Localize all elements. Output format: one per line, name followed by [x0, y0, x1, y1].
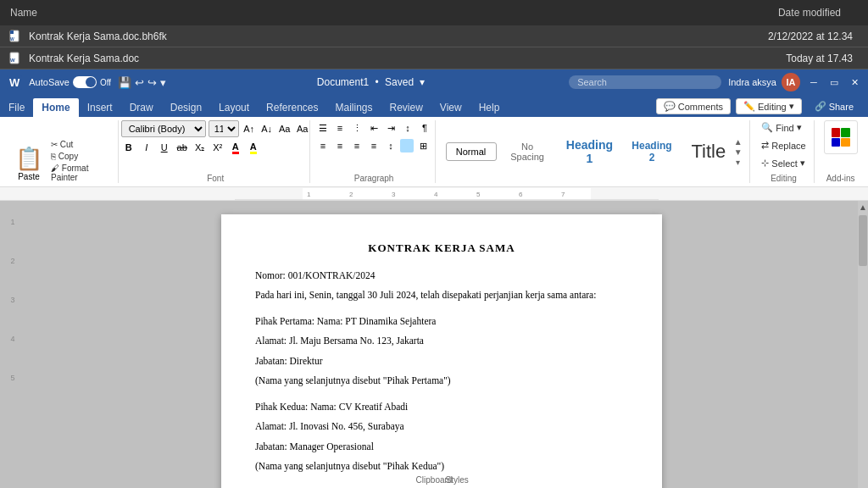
vertical-scrollbar[interactable]: ▲ [858, 201, 868, 488]
style-heading1-btn[interactable]: Heading 1 [559, 134, 621, 169]
align-center-btn[interactable]: ≡ [332, 138, 348, 153]
scroll-up-arrow[interactable]: ▲ [859, 202, 867, 212]
addins-button[interactable] [824, 120, 858, 154]
editing-group: 🔍 Find ▾ ⇄ Replace ⊹ Select ▾ Editing [754, 120, 815, 183]
font-color-btn[interactable]: A [228, 140, 243, 155]
undo-icon[interactable]: ↩ [135, 76, 144, 89]
styles-expand[interactable]: ▾ [734, 158, 743, 167]
customize-icon[interactable]: ▾ [160, 76, 166, 89]
minimize-button[interactable]: ─ [807, 75, 821, 89]
styles-scroll-down[interactable]: ▼ [734, 147, 743, 157]
doc-line: Jabatan: Manager Operasional [255, 440, 628, 454]
doc-line: (Nama yang selanjutnya disebut "Pihak Pe… [255, 374, 628, 388]
bold-button[interactable]: B [121, 140, 136, 155]
svg-text:W: W [10, 36, 14, 42]
multilevel-btn[interactable]: ⋮ [349, 120, 364, 136]
line-spacing-btn[interactable]: ↕ [383, 138, 398, 153]
comments-button[interactable]: 💬 Comments [656, 98, 731, 114]
decrease-indent-btn[interactable]: ⇤ [366, 120, 381, 136]
show-marks-btn[interactable]: ¶ [417, 120, 432, 136]
replace-button[interactable]: ⇄ Replace [758, 138, 809, 152]
search-input[interactable] [569, 75, 721, 89]
format-painter-button[interactable]: 🖌 Format Painter [49, 163, 111, 183]
tab-review[interactable]: Review [381, 98, 431, 117]
subscript-button[interactable]: X₂ [192, 140, 208, 155]
style-heading2-btn[interactable]: Heading 2 [624, 136, 680, 168]
file-icon-2: W [7, 52, 24, 65]
para-row-2: ≡ ≡ ≡ ≡ ↕ ⊞ [315, 138, 432, 153]
style-title-btn[interactable]: Title [683, 136, 734, 167]
justify-btn[interactable]: ≡ [366, 138, 381, 153]
editing-label: Editing [771, 170, 797, 183]
svg-text:5: 5 [476, 191, 481, 198]
tab-file[interactable]: File [0, 98, 33, 117]
highlight-btn[interactable]: A [246, 140, 261, 155]
strikethrough-button[interactable]: ab [175, 140, 190, 155]
redo-icon[interactable]: ↪ [147, 76, 157, 89]
decrease-font-btn[interactable]: A↓ [259, 121, 275, 136]
file-row-2[interactable]: W Kontrak Kerja Sama.doc Today at 17.43 [0, 47, 868, 69]
clipboard-group: 📋 Paste ✂ Cut ⎘ Copy 🖌 Format Painter Cl… [5, 120, 119, 183]
italic-button[interactable]: I [139, 140, 154, 155]
tab-design[interactable]: Design [162, 98, 210, 117]
font-label: Font [207, 170, 224, 183]
tab-layout[interactable]: Layout [210, 98, 258, 117]
superscript-button[interactable]: X² [210, 140, 225, 155]
style-nospace-btn[interactable]: No Spacing [500, 137, 555, 166]
font-size-select[interactable]: 11 [209, 120, 239, 137]
bullets-btn[interactable]: ☰ [315, 120, 331, 136]
close-button[interactable]: ✕ [848, 75, 861, 89]
editing-button[interactable]: ✏️ Editing ▾ [736, 98, 802, 114]
addins-label: Add-ins [826, 170, 855, 183]
save-icon[interactable]: 💾 [118, 76, 131, 89]
file-row-1[interactable]: W Kontrak Kerja Sama.doc.bh6fk 2/12/2022… [0, 25, 868, 47]
scroll-thumb[interactable] [859, 215, 867, 266]
tab-view[interactable]: View [431, 98, 470, 117]
explorer-date-col: Date modified [688, 7, 858, 19]
tab-help[interactable]: Help [470, 98, 509, 117]
change-case-btn[interactable]: Aa [295, 121, 310, 136]
paste-button[interactable]: 📋 Paste [12, 144, 46, 183]
page-margin-indicators: 12345 [0, 201, 25, 488]
paragraph-group: ☰ ≡ ⋮ ⇤ ⇥ ↕ ¶ ≡ ≡ ≡ ≡ ↕ ⊞ Paragraph [314, 120, 436, 183]
shading-btn[interactable] [400, 139, 414, 152]
select-button[interactable]: ⊹ Select ▾ [758, 156, 809, 170]
doc-line: Alamat: Jl. Maju Bersama No. 123, Jakart… [255, 334, 628, 348]
clear-format-btn[interactable]: Aa [277, 121, 292, 136]
share-button[interactable]: 🔗 Share [807, 98, 861, 114]
tab-insert[interactable]: Insert [79, 98, 121, 117]
saved-status: Saved [385, 76, 414, 88]
tab-mailings[interactable]: Mailings [326, 98, 381, 117]
autosave-toggle[interactable] [73, 76, 97, 88]
paste-icon: 📋 [15, 146, 42, 172]
document-scroll[interactable]: KONTRAK KERJA SAMA Nomor: 001/KONTRAK/20… [25, 201, 858, 488]
increase-indent-btn[interactable]: ⇥ [383, 120, 398, 136]
cut-button[interactable]: ✂ Cut [49, 139, 111, 150]
increase-font-btn[interactable]: A↑ [242, 121, 257, 136]
font-family-select[interactable]: Calibri (Body) [121, 120, 206, 137]
user-avatar[interactable]: IA [782, 73, 800, 92]
doc-line: Alamat: Jl. Inovasi No. 456, Surabaya [255, 419, 628, 434]
border-btn[interactable]: ⊞ [415, 138, 431, 153]
tab-home[interactable]: Home [33, 98, 78, 117]
tab-references[interactable]: References [258, 98, 326, 117]
paragraph-label: Paragraph [354, 170, 394, 183]
window-controls: ─ ▭ ✕ [807, 75, 861, 89]
find-button[interactable]: 🔍 Find ▾ [758, 120, 809, 135]
style-normal-btn[interactable]: Normal [446, 142, 497, 161]
file-date-1: 2/12/2022 at 12.34 [692, 30, 861, 42]
svg-rect-1 [10, 30, 14, 34]
doc-line: Pihak Pertama: Nama: PT Dinamika Sejahte… [255, 314, 628, 329]
sort-btn[interactable]: ↕ [400, 120, 415, 136]
numbering-btn[interactable]: ≡ [332, 120, 348, 136]
align-right-btn[interactable]: ≡ [349, 138, 364, 153]
underline-button[interactable]: U [157, 140, 172, 155]
tab-draw[interactable]: Draw [121, 98, 162, 117]
addins-icon [832, 128, 850, 147]
doc-line: Nomor: 001/KONTRAK/2024 [255, 269, 628, 283]
restore-button[interactable]: ▭ [827, 75, 841, 89]
styles-scroll-up[interactable]: ▲ [734, 137, 743, 147]
copy-button[interactable]: ⎘ Copy [49, 151, 111, 162]
styles-scroll: ▲ ▼ ▾ [734, 137, 743, 167]
align-left-btn[interactable]: ≡ [315, 138, 331, 153]
